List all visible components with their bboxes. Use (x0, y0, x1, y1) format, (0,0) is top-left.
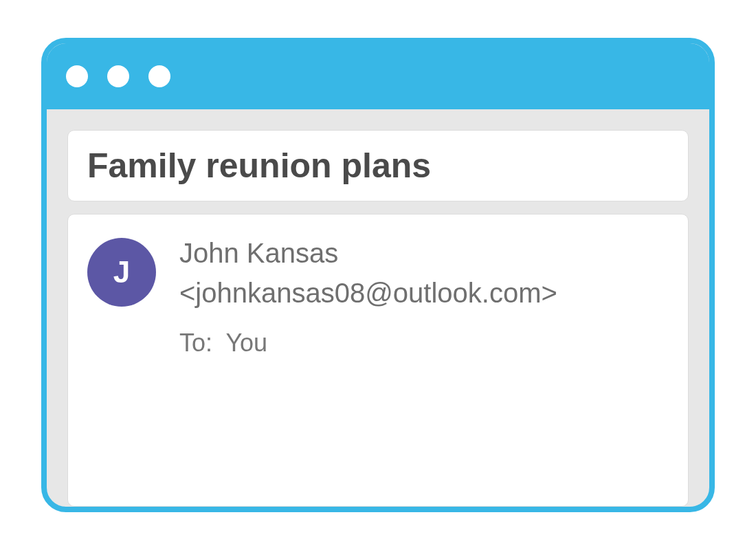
sender-email: <johnkansas08@outlook.com> (179, 275, 557, 311)
email-window: Family reunion plans J John Kansas <john… (41, 38, 715, 512)
sender-info: John Kansas <johnkansas08@outlook.com> T… (179, 235, 557, 360)
subject-card: Family reunion plans (67, 130, 689, 201)
email-content-area: Family reunion plans J John Kansas <john… (47, 109, 709, 507)
to-label: To: (179, 329, 212, 357)
window-titlebar (47, 43, 709, 109)
avatar: J (87, 238, 156, 307)
to-line: To: You (179, 327, 557, 360)
window-control-dot[interactable] (148, 65, 170, 87)
window-control-dot[interactable] (107, 65, 129, 87)
avatar-initial: J (113, 255, 130, 289)
to-value: You (225, 329, 267, 357)
sender-name: John Kansas (179, 235, 557, 271)
window-control-dot[interactable] (66, 65, 88, 87)
message-card: J John Kansas <johnkansas08@outlook.com>… (67, 214, 689, 507)
email-subject: Family reunion plans (87, 146, 669, 186)
